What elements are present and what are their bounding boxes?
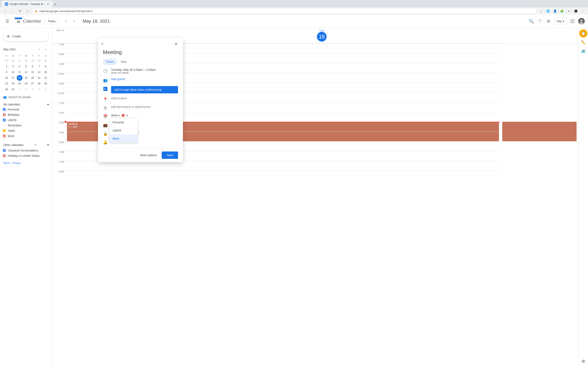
- location-label[interactable]: Add location: [111, 97, 127, 100]
- my-calendar-item[interactable]: Tasks: [0, 128, 52, 133]
- my-calendar-item[interactable]: LifeOS: [0, 117, 52, 123]
- add-guests-link[interactable]: Add guests: [111, 77, 125, 81]
- calendar-checkbox[interactable]: [2, 113, 6, 117]
- home-button[interactable]: ⌂: [25, 8, 30, 14]
- mini-cal-next-button[interactable]: ›: [43, 47, 49, 52]
- privacy-link[interactable]: Privacy: [13, 162, 21, 165]
- mini-cal-day[interactable]: 20: [30, 75, 35, 81]
- extension-icon-3[interactable]: 🧩: [559, 8, 565, 14]
- my-calendar-item[interactable]: Birthdays: [0, 112, 52, 117]
- view-selector[interactable]: Day ▾: [554, 18, 567, 25]
- dropdown-item-lifeos[interactable]: LifeOS: [109, 126, 138, 134]
- right-icon-1[interactable]: 📋: [579, 29, 587, 38]
- mini-cal-day[interactable]: 31: [10, 86, 16, 92]
- status-color-dot[interactable]: [121, 114, 125, 117]
- dropdown-item-personal[interactable]: Personal: [109, 118, 138, 126]
- mini-cal-day[interactable]: 7: [36, 64, 42, 69]
- mini-cal-day[interactable]: 12: [23, 69, 29, 75]
- search-button[interactable]: 🔍: [527, 17, 535, 25]
- mini-cal-day[interactable]: 27: [30, 81, 35, 86]
- new-tab-button[interactable]: +: [52, 2, 58, 7]
- calendar-checkbox[interactable]: [2, 108, 6, 111]
- help-button[interactable]: ?: [537, 18, 543, 24]
- mini-cal-day[interactable]: 6: [30, 64, 35, 69]
- mini-cal-day[interactable]: 4: [17, 64, 22, 69]
- mini-cal-day[interactable]: 11: [17, 69, 22, 75]
- other-calendar-item[interactable]: Classical Conversations: [0, 148, 52, 153]
- mini-cal-day[interactable]: 28: [23, 58, 29, 64]
- my-calendar-item[interactable]: Personal: [0, 107, 52, 112]
- mini-cal-day[interactable]: 2: [23, 86, 29, 92]
- add-other-cal-icon[interactable]: +: [35, 143, 37, 147]
- mini-cal-day[interactable]: 30: [4, 86, 9, 92]
- mini-cal-day[interactable]: 29: [43, 81, 48, 86]
- mini-cal-day[interactable]: 18: [17, 75, 22, 81]
- calendar-checkbox[interactable]: [2, 124, 6, 127]
- prev-button[interactable]: ‹: [62, 17, 70, 25]
- my-calendar-item[interactable]: Work: [0, 133, 52, 139]
- mini-cal-day[interactable]: 2: [4, 64, 9, 69]
- other-calendar-item[interactable]: Holidays in United States: [0, 153, 52, 158]
- profile-avatar[interactable]: ⚫: [573, 8, 579, 14]
- today-button[interactable]: Today: [44, 18, 59, 25]
- extension-icon-1[interactable]: 🌐: [545, 8, 551, 14]
- extension-icon-4[interactable]: ≡: [566, 8, 572, 14]
- mini-cal-day[interactable]: 3: [10, 64, 16, 69]
- star-icon[interactable]: ☆: [538, 8, 544, 14]
- my-calendars-header[interactable]: My calendars ▾: [0, 102, 52, 107]
- mini-cal-day[interactable]: 3: [30, 86, 35, 92]
- tab-task[interactable]: Task: [117, 59, 130, 65]
- calendar-dropdown[interactable]: Work ▾: [111, 114, 120, 117]
- create-button[interactable]: + Create: [3, 31, 49, 42]
- mini-cal-day[interactable]: 4: [36, 86, 42, 92]
- reload-button[interactable]: ↻: [17, 8, 23, 14]
- search-people[interactable]: 👥 Search for people: [0, 94, 52, 100]
- mini-cal-day[interactable]: 1: [43, 58, 48, 64]
- browser-tab[interactable]: 18 Google Calendar - Tuesday, M... ✕: [2, 1, 52, 7]
- add-meet-button[interactable]: Add Google Meet video conferencing: [111, 86, 178, 93]
- save-button[interactable]: Save: [162, 151, 178, 159]
- description-label[interactable]: Add description or attachments: [111, 105, 150, 108]
- mini-cal-day[interactable]: 5: [43, 86, 48, 92]
- mini-cal-day[interactable]: 22: [43, 75, 48, 81]
- google-apps-button[interactable]: [568, 17, 577, 25]
- mini-cal-day[interactable]: 25: [4, 58, 9, 64]
- right-icon-add[interactable]: ⊕: [579, 357, 587, 365]
- address-bar[interactable]: 🔒 calendar.google.com/calendar/u/0/r/day…: [32, 8, 536, 14]
- mini-cal-day[interactable]: 30: [36, 58, 42, 64]
- mini-cal-day[interactable]: 8: [43, 64, 48, 69]
- menu-button[interactable]: ⋮: [580, 8, 586, 14]
- calendar-checkbox[interactable]: [2, 134, 6, 138]
- extension-icon-2[interactable]: 👤: [552, 8, 558, 14]
- mini-cal-day[interactable]: 26: [23, 81, 29, 86]
- terms-link[interactable]: Terms: [3, 162, 10, 165]
- mini-cal-day[interactable]: 23: [4, 81, 9, 86]
- dropdown-item-work[interactable]: Work: [109, 134, 138, 143]
- mini-cal-day[interactable]: 5: [23, 64, 29, 69]
- mini-cal-day[interactable]: 13: [30, 69, 35, 75]
- mini-cal-day[interactable]: 19: [23, 75, 29, 81]
- mini-cal-day[interactable]: 29: [30, 58, 35, 64]
- mini-cal-day[interactable]: 17: [10, 75, 16, 81]
- tab-close-icon[interactable]: ✕: [47, 2, 49, 6]
- forward-button[interactable]: ›: [10, 8, 16, 14]
- mini-cal-day[interactable]: 10: [10, 69, 16, 75]
- my-calendar-item[interactable]: Reminders: [0, 123, 52, 128]
- mini-cal-day[interactable]: 25: [17, 81, 22, 86]
- mini-cal-day[interactable]: 16: [4, 75, 9, 81]
- mini-cal-day[interactable]: 9: [4, 69, 9, 75]
- mini-cal-day[interactable]: 26: [10, 58, 16, 64]
- modal-close-button[interactable]: ✕: [172, 40, 180, 48]
- settings-button[interactable]: ⚙: [544, 17, 553, 25]
- calendar-checkbox[interactable]: [2, 149, 6, 152]
- tab-event[interactable]: Event: [103, 59, 117, 65]
- calendar-checkbox[interactable]: [2, 129, 6, 133]
- more-options-button[interactable]: More options: [139, 152, 158, 158]
- user-avatar[interactable]: [578, 18, 585, 25]
- mini-cal-prev-button[interactable]: ‹: [36, 47, 42, 52]
- next-button[interactable]: ›: [70, 17, 78, 25]
- back-button[interactable]: ‹: [2, 8, 8, 14]
- mini-cal-day[interactable]: 27: [17, 58, 22, 64]
- calendar-checkbox[interactable]: [2, 118, 6, 122]
- hamburger-menu-icon[interactable]: ☰: [3, 17, 11, 25]
